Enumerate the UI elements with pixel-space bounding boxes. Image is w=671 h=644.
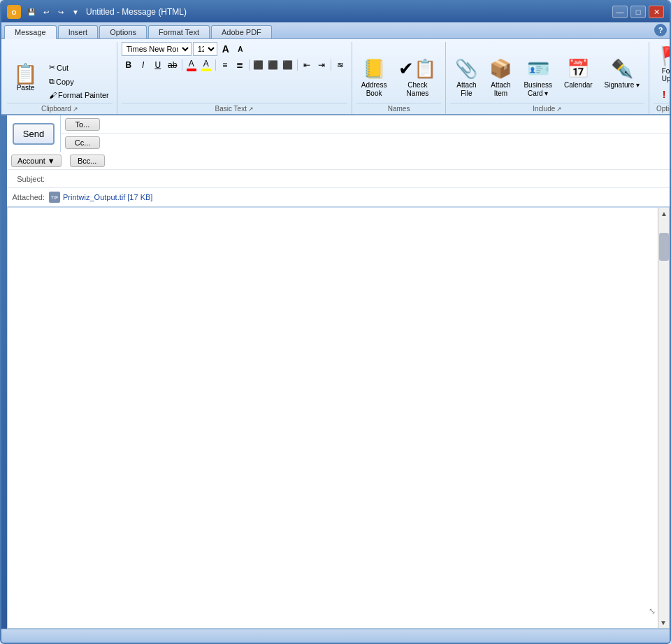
attached-file[interactable]: TIF Printwiz_Output.tif [17 KB] xyxy=(49,192,152,203)
more-options-button[interactable]: ≋ xyxy=(333,58,347,72)
include-expand-icon[interactable]: ↗ xyxy=(556,106,562,113)
message-editor[interactable] xyxy=(8,208,658,628)
send-button[interactable]: Send xyxy=(13,123,55,145)
cc-input[interactable] xyxy=(104,137,670,148)
bullet-list-button[interactable]: ≡ xyxy=(218,58,232,72)
account-button[interactable]: Account ▼ xyxy=(11,155,62,167)
attached-file-name: Printwiz_Output.tif [17 KB] xyxy=(63,193,152,201)
subject-row: Subject: xyxy=(7,170,670,188)
separator-3 xyxy=(249,59,250,71)
italic-button[interactable]: I xyxy=(136,58,150,72)
separator-5 xyxy=(331,59,331,71)
address-book-button[interactable]: 📒 AddressBook xyxy=(356,55,392,101)
qat-save[interactable]: 💾 xyxy=(25,6,38,18)
cut-icon: ✂ xyxy=(49,63,55,72)
include-content: 📎 AttachFile 📦 AttachItem 🪪 BusinessCard… xyxy=(450,42,644,101)
decrease-font-size-button[interactable]: A xyxy=(233,42,247,56)
align-center-button[interactable]: ⬛ xyxy=(266,58,280,72)
attach-item-icon: 📦 xyxy=(489,58,512,80)
compose-area: Send To... Cc... xyxy=(7,115,670,629)
font-face-select[interactable]: Times New Roman xyxy=(122,42,192,56)
numbered-list-button[interactable]: ≣ xyxy=(233,58,247,72)
font-size-select[interactable]: 12 xyxy=(193,42,217,56)
title-bar-left: O 💾 ↩ ↪ ▼ Untitled - Message (HTML) xyxy=(7,5,187,19)
minimize-button[interactable]: — xyxy=(612,6,628,18)
decrease-indent-button[interactable]: ⇤ xyxy=(300,58,314,72)
tab-message[interactable]: Message xyxy=(4,25,57,39)
scrollbar-thumb[interactable] xyxy=(659,233,669,261)
clipboard-expand-icon[interactable]: ↗ xyxy=(73,106,78,113)
subject-input[interactable] xyxy=(49,173,670,185)
separator-2 xyxy=(215,59,216,71)
separator-4 xyxy=(297,59,298,71)
qat-undo[interactable]: ↩ xyxy=(40,6,52,18)
window-title: Untitled - Message (HTML) xyxy=(86,7,187,17)
qat-redo[interactable]: ↪ xyxy=(55,6,67,18)
follow-up-button[interactable]: 🚩 FollowUp ▾ xyxy=(654,42,671,86)
follow-up-label: FollowUp ▾ xyxy=(662,67,671,83)
to-row: To... xyxy=(61,115,670,134)
align-right-button[interactable]: ⬛ xyxy=(281,58,295,72)
align-left-button[interactable]: ⬛ xyxy=(252,58,266,72)
close-button[interactable]: ✕ xyxy=(649,6,664,18)
increase-indent-button[interactable]: ⇥ xyxy=(315,58,329,72)
paste-button[interactable]: 📋 Paste xyxy=(7,61,44,95)
maximize-button[interactable]: □ xyxy=(630,6,646,18)
paste-area: 📋 Paste xyxy=(7,61,44,101)
attach-file-button[interactable]: 📎 AttachFile xyxy=(450,55,482,101)
indent-buttons: ⇤ ⇥ xyxy=(300,58,329,72)
ribbon: 📋 Paste ✂ Cut ⧉ Copy xyxy=(1,39,670,115)
basic-text-group-label: Basic Text ↗ xyxy=(122,103,347,114)
right-main: Send To... Cc... xyxy=(7,115,670,629)
signature-button[interactable]: ✒️ Signature ▾ xyxy=(600,55,645,101)
tab-insert[interactable]: Insert xyxy=(58,25,99,38)
format-painter-label: Format Painter xyxy=(58,91,109,99)
scrollbar[interactable]: ▲ ▼ xyxy=(658,208,669,628)
options-group-label: Options ↗ xyxy=(654,103,671,114)
to-cc-bcc-area: To... Cc... xyxy=(61,115,670,152)
ribbon-group-names: 📒 AddressBook ✔📋 CheckNames Names xyxy=(354,42,447,114)
increase-font-size-button[interactable]: A xyxy=(219,42,233,56)
cut-button[interactable]: ✂ Cut xyxy=(45,61,113,74)
title-bar: O 💾 ↩ ↪ ▼ Untitled - Message (HTML) — □ … xyxy=(1,1,670,22)
signature-label: Signature ▾ xyxy=(605,81,640,90)
bcc-input[interactable] xyxy=(109,155,670,166)
basic-text-expand-icon[interactable]: ↗ xyxy=(248,106,254,113)
highlight-button[interactable]: A xyxy=(199,58,213,72)
cc-button[interactable]: Cc... xyxy=(65,136,100,149)
subject-label: Subject: xyxy=(7,175,49,183)
check-names-label: CheckNames xyxy=(407,81,429,98)
copy-button[interactable]: ⧉ Copy xyxy=(45,75,113,88)
resize-handle[interactable]: ⤡ xyxy=(647,606,658,617)
strikethrough-button[interactable]: ab xyxy=(166,58,180,72)
include-buttons: 📎 AttachFile 📦 AttachItem 🪪 BusinessCard… xyxy=(450,55,644,101)
to-button[interactable]: To... xyxy=(65,118,100,131)
include-group-label: Include ↗ xyxy=(450,103,644,114)
underline-button[interactable]: U xyxy=(151,58,165,72)
bcc-button[interactable]: Bcc... xyxy=(70,155,105,167)
scroll-up-arrow[interactable]: ▲ xyxy=(658,208,670,219)
address-book-label: AddressBook xyxy=(361,81,387,98)
check-names-button[interactable]: ✔📋 CheckNames xyxy=(394,55,441,101)
tab-options[interactable]: Options xyxy=(99,25,147,38)
attach-item-button[interactable]: 📦 AttachItem xyxy=(484,55,517,101)
header-fields: Send To... Cc... xyxy=(7,115,670,207)
send-area: Send xyxy=(7,115,61,152)
cut-copy-format-area: ✂ Cut ⧉ Copy 🖌 Format Painter xyxy=(45,61,113,101)
help-icon[interactable]: ? xyxy=(654,24,667,36)
ribbon-group-basic-text: Times New Roman 12 A A B I U ab xyxy=(119,42,352,114)
tab-adobe-pdf[interactable]: Adobe PDF xyxy=(211,25,272,38)
bold-button[interactable]: B xyxy=(122,58,136,72)
options-content: 🚩 FollowUp ▾ ! ↓ xyxy=(654,42,671,101)
business-card-button[interactable]: 🪪 BusinessCard ▾ xyxy=(519,55,557,101)
scroll-down-arrow[interactable]: ▼ xyxy=(658,617,669,628)
high-importance-button[interactable]: ! xyxy=(657,87,671,101)
paste-icon: 📋 xyxy=(13,64,38,84)
format-painter-button[interactable]: 🖌 Format Painter xyxy=(45,89,113,101)
basic-text-content: Times New Roman 12 A A B I U ab xyxy=(122,42,347,101)
calendar-button[interactable]: 📅 Calendar xyxy=(559,55,598,101)
to-input[interactable] xyxy=(104,119,670,130)
font-color-button[interactable]: A xyxy=(185,58,199,72)
qat-dropdown[interactable]: ▼ xyxy=(69,6,82,18)
tab-format-text[interactable]: Format Text xyxy=(148,25,210,38)
